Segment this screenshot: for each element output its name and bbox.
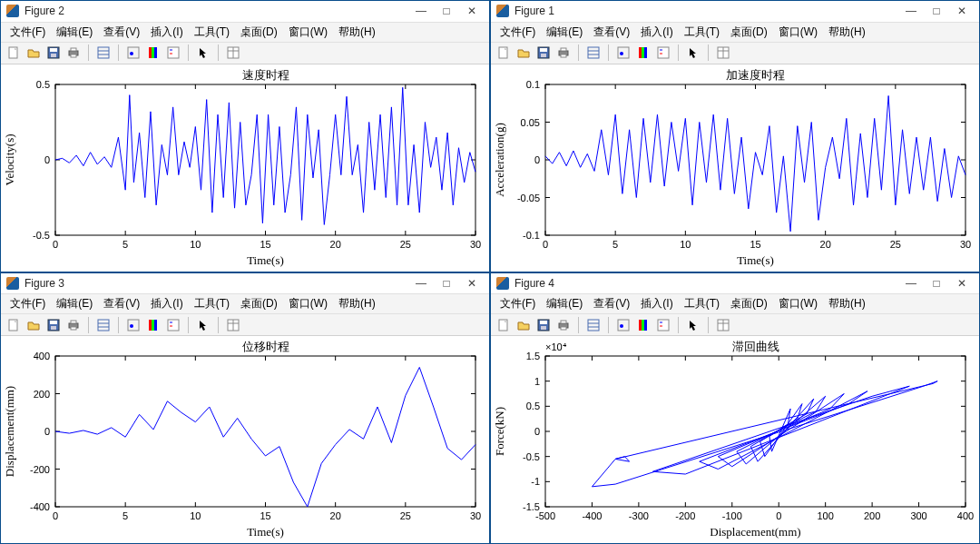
titlebar[interactable]: Figure 4 — □ ✕: [491, 273, 979, 295]
menu-window[interactable]: 窗口(W): [283, 294, 333, 313]
plot-displacement: 051015202530-400-2000200400位移时程Time(s)Di…: [1, 336, 489, 543]
save-icon[interactable]: [534, 44, 553, 62]
svg-text:0: 0: [534, 154, 540, 165]
new-icon[interactable]: [5, 44, 23, 62]
data-icon[interactable]: [584, 44, 603, 62]
menu-tool[interactable]: 工具(T): [679, 23, 725, 42]
inspector-icon[interactable]: [224, 316, 242, 334]
menu-help[interactable]: 帮助(H): [333, 23, 381, 42]
print-icon[interactable]: [554, 44, 573, 62]
legend-icon[interactable]: [654, 316, 672, 334]
titlebar[interactable]: Figure 2 — □ ✕: [1, 1, 489, 23]
legend-icon[interactable]: [654, 44, 672, 62]
menu-help[interactable]: 帮助(H): [823, 294, 871, 313]
pointer-icon[interactable]: [194, 316, 212, 334]
save-icon[interactable]: [534, 316, 553, 334]
menu-edit[interactable]: 编辑(E): [541, 294, 588, 313]
data-icon[interactable]: [94, 44, 113, 62]
open-icon[interactable]: [514, 316, 533, 334]
menu-file[interactable]: 文件(F): [495, 294, 541, 313]
maximize-button[interactable]: □: [925, 3, 948, 19]
inspector-icon[interactable]: [714, 316, 732, 334]
new-icon[interactable]: [495, 316, 513, 334]
colorbar-icon[interactable]: [634, 316, 652, 334]
inspector-icon[interactable]: [714, 44, 732, 62]
titlebar[interactable]: Figure 1 — □ ✕: [491, 1, 979, 23]
menu-view[interactable]: 查看(V): [98, 294, 145, 313]
datalabel-icon[interactable]: [614, 44, 632, 62]
new-icon[interactable]: [495, 44, 513, 62]
menu-insert[interactable]: 插入(I): [635, 294, 678, 313]
menu-view[interactable]: 查看(V): [588, 294, 635, 313]
datalabel-icon[interactable]: [124, 44, 142, 62]
menu-view[interactable]: 查看(V): [588, 23, 635, 42]
svg-text:滞回曲线: 滞回曲线: [732, 340, 779, 353]
figure-window-3: Figure 3 — □ ✕ 文件(F) 编辑(E) 查看(V) 插入(I) 工…: [0, 272, 490, 545]
colorbar-icon[interactable]: [144, 316, 162, 334]
menu-edit[interactable]: 编辑(E): [51, 23, 98, 42]
open-icon[interactable]: [24, 316, 43, 334]
menu-insert[interactable]: 插入(I): [145, 23, 188, 42]
close-button[interactable]: ✕: [950, 275, 974, 292]
maximize-button[interactable]: □: [435, 275, 458, 292]
colorbar-icon[interactable]: [144, 44, 162, 62]
print-icon[interactable]: [554, 316, 573, 334]
menu-tool[interactable]: 工具(T): [189, 294, 235, 313]
menu-file[interactable]: 文件(F): [5, 23, 51, 42]
menu-help[interactable]: 帮助(H): [333, 294, 381, 313]
svg-text:0.05: 0.05: [521, 116, 540, 127]
open-icon[interactable]: [514, 44, 533, 62]
pointer-icon[interactable]: [684, 44, 702, 62]
menu-window[interactable]: 窗口(W): [773, 23, 823, 42]
pointer-icon[interactable]: [194, 44, 212, 62]
svg-text:20: 20: [820, 239, 831, 250]
minimize-button[interactable]: —: [899, 275, 923, 292]
menu-desktop[interactable]: 桌面(D): [235, 23, 283, 42]
toolbar: [491, 43, 979, 64]
open-icon[interactable]: [24, 44, 43, 62]
inspector-icon[interactable]: [224, 44, 242, 62]
close-button[interactable]: ✕: [460, 275, 484, 292]
menu-edit[interactable]: 编辑(E): [51, 294, 98, 313]
svg-text:0: 0: [534, 426, 540, 437]
colorbar-icon[interactable]: [634, 44, 652, 62]
minimize-button[interactable]: —: [409, 275, 433, 292]
maximize-button[interactable]: □: [435, 3, 458, 19]
maximize-button[interactable]: □: [925, 275, 948, 292]
print-icon[interactable]: [64, 44, 83, 62]
menu-edit[interactable]: 编辑(E): [541, 23, 588, 42]
menu-view[interactable]: 查看(V): [98, 23, 145, 42]
titlebar[interactable]: Figure 3 — □ ✕: [1, 273, 489, 295]
data-icon[interactable]: [94, 316, 113, 334]
plot-velocity: 051015202530-0.500.5速度时程Time(s)Velocity(…: [1, 64, 489, 272]
menu-file[interactable]: 文件(F): [495, 23, 541, 42]
menu-tool[interactable]: 工具(T): [679, 294, 725, 313]
minimize-button[interactable]: —: [899, 3, 923, 19]
menu-tool[interactable]: 工具(T): [189, 23, 235, 42]
datalabel-icon[interactable]: [614, 316, 632, 334]
pointer-icon[interactable]: [684, 316, 702, 334]
minimize-button[interactable]: —: [409, 3, 433, 19]
menu-file[interactable]: 文件(F): [5, 294, 51, 313]
save-icon[interactable]: [44, 44, 63, 62]
data-icon[interactable]: [584, 316, 603, 334]
close-button[interactable]: ✕: [950, 3, 974, 19]
menu-window[interactable]: 窗口(W): [773, 294, 823, 313]
datalabel-icon[interactable]: [124, 316, 142, 334]
menu-desktop[interactable]: 桌面(D): [725, 294, 773, 313]
menubar: 文件(F) 编辑(E) 查看(V) 插入(I) 工具(T) 桌面(D) 窗口(W…: [491, 294, 979, 314]
new-icon[interactable]: [5, 316, 23, 334]
legend-icon[interactable]: [164, 44, 182, 62]
print-icon[interactable]: [64, 316, 83, 334]
svg-text:-0.5: -0.5: [523, 451, 540, 462]
menu-window[interactable]: 窗口(W): [283, 23, 333, 42]
legend-icon[interactable]: [164, 316, 182, 334]
menu-insert[interactable]: 插入(I): [635, 23, 678, 42]
menu-desktop[interactable]: 桌面(D): [725, 23, 773, 42]
svg-rect-129: [152, 320, 154, 331]
menu-insert[interactable]: 插入(I): [145, 294, 188, 313]
menu-help[interactable]: 帮助(H): [823, 23, 871, 42]
menu-desktop[interactable]: 桌面(D): [235, 294, 283, 313]
close-button[interactable]: ✕: [460, 3, 484, 19]
save-icon[interactable]: [44, 316, 63, 334]
